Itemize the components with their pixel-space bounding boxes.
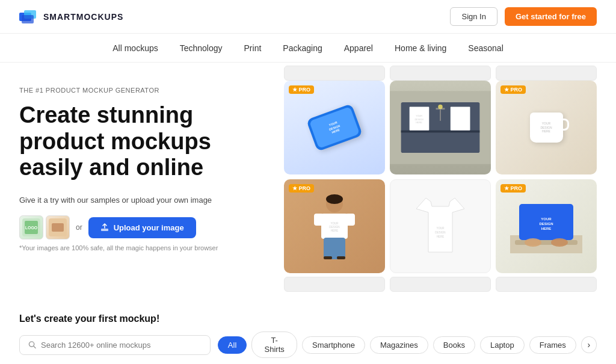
svg-text:DESIGN: DESIGN — [329, 226, 339, 229]
svg-rect-24 — [345, 214, 355, 226]
bottom-section: Let's create your first mockup! All T-Sh… — [19, 313, 597, 364]
nav-print[interactable]: Print — [244, 43, 262, 53]
hero-headline: Create stunning product mockups easily a… — [19, 102, 272, 181]
poster-scene: YOUR DESIGN HERE — [390, 81, 491, 174]
svg-rect-28 — [324, 238, 345, 259]
search-icon — [28, 341, 36, 349]
mockup-mug[interactable]: ★ PRO YOURDESIGNHERE — [496, 81, 597, 174]
svg-rect-29 — [324, 256, 332, 259]
upload-button[interactable]: Upload your image — [88, 217, 196, 238]
sign-in-button[interactable]: Sign In — [450, 7, 497, 26]
partial-cards-bottom — [284, 277, 597, 292]
partial-card-bottom-2 — [390, 277, 491, 292]
search-input[interactable] — [41, 341, 202, 350]
svg-point-19 — [438, 105, 442, 109]
mockup-phone[interactable]: ★ PRO YOURDESIGNHERE — [284, 81, 385, 174]
svg-text:YOUR: YOUR — [416, 115, 422, 117]
search-filter-row: All T-Shirts Smartphone Magazines Books … — [19, 332, 597, 358]
svg-text:LOGO: LOGO — [25, 226, 38, 230]
pro-badge-mug: ★ PRO — [500, 85, 526, 94]
sample-thumbnails: LOGO — [19, 215, 70, 239]
next-arrow[interactable]: › — [581, 336, 597, 353]
search-box[interactable] — [19, 335, 211, 355]
svg-text:HERE: HERE — [541, 227, 552, 230]
upload-icon — [100, 223, 109, 232]
nav-home-living[interactable]: Home & living — [395, 43, 446, 53]
svg-rect-16 — [451, 106, 470, 130]
filter-frames[interactable]: Frames — [529, 336, 576, 354]
svg-text:HERE: HERE — [331, 229, 339, 232]
svg-text:HERE: HERE — [416, 122, 422, 124]
filter-all[interactable]: All — [218, 336, 247, 354]
mockup-poster[interactable]: YOUR DESIGN HERE — [390, 81, 491, 174]
pro-badge-phone: ★ PRO — [289, 85, 314, 94]
svg-point-21 — [326, 194, 343, 204]
svg-text:DESIGN: DESIGN — [435, 231, 445, 234]
logo-text: SMARTMOCKUPS — [43, 12, 123, 22]
svg-text:YOUR: YOUR — [330, 222, 339, 225]
svg-text:YOUR: YOUR — [541, 217, 552, 221]
pro-badge-laptop: ★ PRO — [500, 184, 526, 193]
partial-card-bottom-1 — [284, 277, 385, 292]
phone-shape: YOURDESIGNHERE — [306, 103, 363, 152]
filter-smartphone[interactable]: Smartphone — [302, 336, 365, 354]
mug-container: YOURDESIGNHERE — [530, 113, 563, 143]
svg-rect-39 — [515, 240, 578, 245]
svg-text:HERE: HERE — [437, 235, 445, 238]
filter-tags: All T-Shirts Smartphone Magazines Books … — [218, 332, 597, 358]
phone-screen: YOURDESIGNHERE — [309, 106, 360, 149]
get-started-button[interactable]: Get started for free — [505, 7, 597, 26]
tshirt-flat-svg: YOUR DESIGN HERE — [416, 198, 464, 255]
or-text: or — [76, 223, 82, 232]
filter-magazines[interactable]: Magazines — [370, 336, 428, 354]
nav-packaging[interactable]: Packaging — [283, 43, 322, 53]
svg-point-40 — [525, 238, 541, 247]
mockup-tshirt-person[interactable]: ★ PRO YOUR DESIGN HERE — [284, 179, 385, 273]
partial-card-top-1 — [284, 66, 385, 81]
hero-subtitle: THE #1 PRODUCT MOCKUP GENERATOR — [19, 87, 272, 94]
sample-thumb-1[interactable]: LOGO — [19, 215, 43, 239]
main-nav: All mockups Technology Print Packaging A… — [0, 34, 616, 63]
safe-text: *Your images are 100% safe, all the magi… — [19, 244, 272, 251]
nav-seasonal[interactable]: Seasonal — [468, 43, 503, 53]
svg-point-41 — [551, 238, 568, 247]
create-label: Let's create your first mockup! — [19, 313, 597, 324]
svg-rect-7 — [52, 223, 64, 232]
upload-area: LOGO or Upload your image — [19, 215, 272, 239]
svg-rect-30 — [337, 256, 345, 259]
svg-text:YOUR: YOUR — [436, 227, 445, 230]
svg-rect-11 — [401, 131, 480, 133]
logo-icon — [19, 10, 38, 23]
partial-card-bottom-3 — [496, 277, 597, 292]
svg-text:DESIGN: DESIGN — [414, 119, 424, 121]
filter-tshirts[interactable]: T-Shirts — [251, 332, 297, 358]
mug-shape: YOURDESIGNHERE — [530, 113, 563, 143]
logo[interactable]: SMARTMOCKUPS — [19, 10, 123, 23]
partial-card-top-3 — [496, 66, 597, 81]
person-svg: YOUR DESIGN HERE — [310, 193, 359, 259]
mockup-tshirt-flat[interactable]: YOUR DESIGN HERE — [390, 179, 491, 273]
laptop-svg: YOUR DESIGN HERE — [510, 199, 582, 253]
mockup-laptop[interactable]: ★ PRO YOUR DESIGN HERE — [496, 179, 597, 273]
svg-rect-2 — [22, 15, 34, 23]
mockup-grid: ★ PRO YOURDESIGNHERE — [284, 81, 597, 273]
svg-text:DESIGN: DESIGN — [539, 222, 553, 226]
svg-line-43 — [34, 346, 35, 348]
filter-books[interactable]: Books — [433, 336, 475, 354]
filter-laptop[interactable]: Laptop — [480, 336, 525, 354]
svg-rect-23 — [314, 214, 324, 226]
hero-description: Give it a try with our samples or upload… — [19, 196, 272, 205]
sample-thumb-2[interactable] — [46, 215, 70, 239]
nav-apparel[interactable]: Apparel — [344, 43, 373, 53]
nav-technology[interactable]: Technology — [180, 43, 223, 53]
pro-badge-tshirt: ★ PRO — [289, 184, 314, 193]
shelf-svg: YOUR DESIGN HERE — [390, 81, 491, 174]
mug-design: YOURDESIGNHERE — [535, 117, 558, 138]
svg-rect-8 — [101, 229, 108, 231]
header-actions: Sign In Get started for free — [450, 7, 597, 26]
svg-rect-18 — [440, 110, 441, 121]
nav-all-mockups[interactable]: All mockups — [112, 43, 158, 53]
main-content: THE #1 PRODUCT MOCKUP GENERATOR Create s… — [0, 63, 616, 364]
mug-handle — [562, 119, 569, 131]
header: SMARTMOCKUPS Sign In Get started for fre… — [0, 0, 616, 34]
